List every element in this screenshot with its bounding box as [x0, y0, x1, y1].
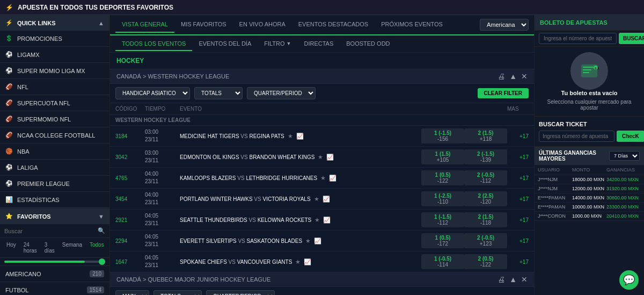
time-filter-semana[interactable]: Semana: [60, 241, 84, 255]
money-icon: 💲: [5, 35, 13, 42]
star-icon[interactable]: ★: [314, 217, 320, 224]
sidebar-item-futbol[interactable]: FUTBOL 1514: [0, 282, 109, 295]
star-icon[interactable]: ★: [288, 133, 293, 140]
sidebar-item-americano[interactable]: AMERICANO 210: [0, 266, 109, 282]
search-icon[interactable]: 🔍: [98, 227, 105, 234]
star-icon[interactable]: ★: [295, 258, 301, 265]
sidebar-favoritos[interactable]: ⭐ FAVORITOS ▼: [0, 208, 109, 224]
col-monto: MONTO: [572, 167, 606, 172]
sidebar-item-nfl[interactable]: 🏈 NFL: [0, 79, 109, 95]
star-icon[interactable]: ★: [320, 175, 326, 182]
print-icon[interactable]: 🖨: [497, 276, 505, 283]
more-button[interactable]: +17: [507, 259, 529, 265]
sidebar-item-supercuota[interactable]: 🏈 SUPERCUOTA NFL: [0, 95, 109, 111]
totals-select[interactable]: TOTALS: [194, 87, 243, 99]
odds-cell-1[interactable]: 1 (-1.5) -112: [421, 212, 464, 227]
main-select[interactable]: MAIN: [115, 290, 149, 295]
tab-vista-general[interactable]: VISTA GENERAL: [115, 17, 174, 33]
chat-bubble[interactable]: 💬: [619, 270, 639, 290]
search-input[interactable]: [4, 228, 98, 234]
close-icon[interactable]: ✕: [521, 73, 528, 80]
check-button[interactable]: ChecK: [617, 131, 644, 142]
totals-select2[interactable]: TOTALS: [153, 290, 202, 295]
more-button[interactable]: +17: [507, 217, 529, 223]
ganancias-user: J****CORON: [538, 213, 572, 219]
chart-icon[interactable]: 📈: [323, 217, 331, 224]
sidebar-item-ligamx[interactable]: ⚽ LIGAMX: [0, 47, 109, 63]
close-icon[interactable]: ✕: [521, 276, 528, 283]
tab-en-vivo[interactable]: EN VIVO AHORA: [233, 17, 292, 33]
handicap-select[interactable]: HANDICAP ASIATICO: [115, 87, 190, 99]
sub-tab-eventos-dia[interactable]: EVENTOS DEL DÍA: [192, 37, 258, 51]
odds-cell-2[interactable]: 2 (-0.5) -112: [464, 170, 507, 185]
odds-cell-1[interactable]: 1 (0.5) -172: [421, 233, 464, 248]
event-time: 04:0023/11: [145, 170, 180, 185]
ganancias-user: E****PAMAN: [538, 204, 572, 210]
chart-icon[interactable]: 📈: [329, 175, 336, 182]
bet-search-input[interactable]: [539, 33, 617, 44]
sidebar-item-premier[interactable]: ⚽ PREMIER LEAGUE: [0, 176, 109, 192]
odds-cell-1[interactable]: 1 (0.5) -122: [421, 170, 464, 185]
odds-cell-2[interactable]: 2 (1.5) +118: [464, 128, 507, 143]
more-button[interactable]: +17: [507, 196, 529, 202]
chart-icon[interactable]: 📈: [296, 133, 304, 140]
odds-cell-2[interactable]: 2 (-1.5) -139: [464, 149, 507, 164]
time-filter-hoy[interactable]: Hoy: [4, 241, 18, 255]
print-icon[interactable]: 🖨: [497, 73, 505, 80]
sub-tabs: TODOS LOS EVENTOS EVENTOS DEL DÍA FILTRO…: [110, 35, 534, 53]
sub-tab-todos[interactable]: TODOS LOS EVENTOS: [115, 37, 192, 51]
odds-cell-2[interactable]: 2 (2.5) -120: [464, 191, 507, 206]
event-time: 03:0023/11: [145, 128, 180, 143]
sidebar-item-ncaa[interactable]: 🏈 NCAA COLLEGE FOOTBALL: [0, 127, 109, 143]
odds-slider[interactable]: [0, 258, 109, 266]
star-icon[interactable]: ★: [305, 238, 311, 244]
collapse-icon[interactable]: ▲: [509, 73, 517, 80]
chart-icon[interactable]: 📈: [314, 238, 321, 244]
ganancias-user: J****NJM: [538, 186, 572, 191]
americana-select[interactable]: Americana: [480, 19, 529, 31]
sidebar-item-estadisticas[interactable]: 📊 ESTADÍSTICAS: [0, 192, 109, 208]
sidebar-item-super-momio[interactable]: ⚽ SUPER MOMIO LIGA MX: [0, 63, 109, 79]
time-filter-24h[interactable]: 24 horas: [21, 241, 39, 255]
quarter-select[interactable]: QUARTER/PERIOD: [247, 87, 316, 99]
chart-icon[interactable]: 📈: [304, 258, 311, 265]
sub-tab-directas[interactable]: DIRECTAS: [297, 37, 340, 51]
tab-eventos-destacados[interactable]: EVENTOS DESTACADOS: [292, 17, 375, 33]
odds-cell-1[interactable]: 1 (1.5) +105: [421, 149, 464, 164]
odds-cell-2[interactable]: 2 (-0.5) +123: [464, 233, 507, 248]
more-button[interactable]: +17: [507, 154, 529, 160]
sub-tab-filtro[interactable]: FILTRO ▼: [258, 37, 297, 51]
buscar-ticket-button[interactable]: BUSCAR TICKET: [619, 33, 644, 44]
ganancias-period-select[interactable]: 7 Días: [609, 151, 640, 161]
sidebar-quick-links[interactable]: ⚡ QUICK LINKS ▲: [0, 15, 109, 31]
more-button[interactable]: +17: [507, 175, 529, 181]
more-button[interactable]: +17: [507, 133, 529, 139]
tab-mis-favoritos[interactable]: MIS FAVORITOS: [174, 17, 233, 33]
more-button[interactable]: +17: [507, 238, 529, 244]
odds-cell-2[interactable]: 2 (0.5) -122: [464, 254, 507, 269]
time-filter-3d[interactable]: 3 días: [42, 241, 57, 255]
clear-filter-button[interactable]: CLEAR FILTER: [478, 88, 529, 98]
star-icon[interactable]: ★: [314, 196, 319, 203]
sidebar-item-laliga[interactable]: ⚽ LALIGA: [0, 160, 109, 176]
ticket-number-input[interactable]: [539, 131, 614, 142]
collapse-icon[interactable]: ▲: [509, 276, 517, 283]
sidebar-item-nba[interactable]: 🏀 NBA: [0, 143, 109, 160]
sidebar-item-supermomio[interactable]: 🏈 SUPERMOMIO NFL: [0, 111, 109, 127]
ticket-icon: 2.1: [579, 60, 600, 82]
sub-tab-boosted[interactable]: BOOSTED ODD: [340, 37, 396, 51]
quarter-select2[interactable]: QUARTER/PERIOD: [206, 290, 275, 295]
sidebar-item-promociones[interactable]: 💲 PROMOCIONES: [0, 31, 109, 47]
tab-proximos[interactable]: PRÓXIMOS EVENTOS: [375, 17, 449, 33]
basketball-icon: 🏀: [5, 148, 13, 155]
ganancias-ganancia: 23300.00 MXN: [606, 204, 641, 210]
odds-cell-1[interactable]: 1 (-1.5) -156: [421, 128, 464, 143]
time-filter-todos[interactable]: Todos: [87, 241, 106, 255]
odds-cell-1[interactable]: 1 (-2.5) -110: [421, 191, 464, 206]
star-icon[interactable]: ★: [318, 154, 323, 161]
chart-icon[interactable]: 📈: [323, 196, 330, 203]
odds-cell-1[interactable]: 1 (-0.5) -114: [421, 254, 464, 269]
soccer-icon: ⚽: [5, 51, 13, 58]
odds-cell-2[interactable]: 2 (1.5) -118: [464, 212, 507, 227]
chart-icon[interactable]: 📈: [326, 154, 334, 161]
